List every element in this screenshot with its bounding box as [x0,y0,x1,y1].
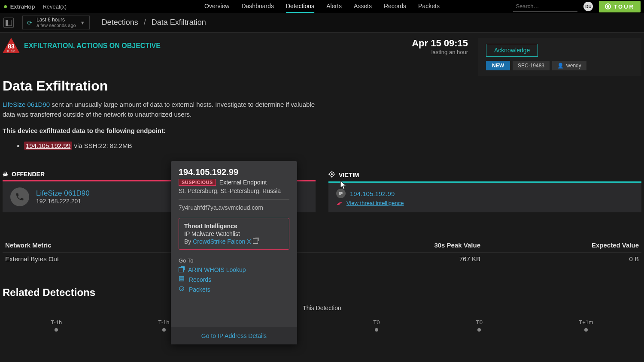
endpoint-ip-link[interactable]: 194.105.192.99 [24,142,72,150]
detection-description: LifeSize 061D90 sent an unusually large … [3,100,320,119]
status-badge-new[interactable]: NEW [486,61,510,70]
timeline-dot-icon [55,328,58,332]
tour-button[interactable]: TOUR [599,1,641,12]
party-row: ☠ OFFENDER LifeSize 061D90 192.168.222.2… [3,171,641,212]
nav-right: DU TOUR [513,1,641,12]
suspicious-badge: SUSPICIOUS [179,179,216,186]
svg-point-12 [179,287,184,291]
brand-dot-icon: ● [3,3,8,10]
view-threat-intelligence-link[interactable]: View threat intelligence [336,200,404,206]
brand-name: ExtraHop [10,3,35,10]
timeline-row: T-1h T-1h T-1h T0 T0 T+1m [3,319,641,332]
timestamp-block: Apr 15 09:15 lasting an hour [412,38,468,55]
nav-tabs: Overview Dashboards Detections Alerts As… [204,0,440,13]
brand: ● ExtraHop Reveal(x) [3,3,67,10]
risk-triangle: 83 RISK [3,38,20,53]
offender-ip: 192.168.222.201 [36,198,90,205]
popup-endpoint-type: External Endpoint [219,179,267,186]
col-header-peak: 30s Peak Value [322,241,480,249]
timeline-item[interactable]: T0 [476,319,483,332]
refresh-icon: ⟳ [27,19,32,26]
risk-score: 83 [3,43,20,50]
content: 83 RISK EXFILTRATION, ACTIONS ON OBJECTI… [0,33,644,337]
timeline-dot-icon [375,328,378,332]
ticket-badge[interactable]: SEC-19483 [513,61,550,70]
threat-by-prefix: By [184,238,193,245]
popup-location: St. Petersburg, St.-Petersburg, Russia [179,187,289,194]
actions-block: Acknowledge NEW SEC-19483 👤 wendy [478,38,641,76]
target-icon [328,171,335,179]
packets-icon [179,286,185,293]
breadcrumb: Detections / Data Exfiltration [102,18,206,27]
timeline-item[interactable]: T0 [373,319,380,332]
top-nav: ● ExtraHop Reveal(x) Overview Dashboards… [0,0,644,13]
detection-timestamp: Apr 15 09:15 [412,38,468,49]
user-avatar[interactable]: DU [583,2,593,11]
phone-icon [10,187,29,206]
threat-box-by: By CrowdStrike Falcon X [184,238,284,245]
nav-tab-assets[interactable]: Assets [354,0,372,13]
timeline-item[interactable]: T+1m [579,319,593,332]
svg-point-13 [181,288,182,290]
popup-status-row: SUSPICIOUS External Endpoint [179,179,289,186]
nav-tab-detections[interactable]: Detections [286,0,314,13]
panel-toggle-icon[interactable] [3,18,14,28]
breadcrumb-parent[interactable]: Detections [102,18,138,27]
timeline-dot-icon [162,328,166,332]
cell-peak: 767 KB [322,255,480,262]
assignee-name: wendy [566,63,581,69]
offender-name-link[interactable]: LifeSize 061D90 [36,189,90,198]
detection-category: EXFILTRATION, ACTIONS ON OBJECTIVE [24,42,161,50]
nav-tab-records[interactable]: Records [384,0,406,13]
skull-icon: ☠ [3,171,8,178]
metrics-table: Network Metric 30s Peak Value Expected V… [3,238,641,265]
metrics-data-row: External Bytes Out 767 KB 0 B [3,253,641,265]
tour-label: TOUR [614,3,635,10]
goto-label: Go To [179,257,289,264]
assignee-badge[interactable]: 👤 wendy [552,61,586,70]
detection-title: Data Exfiltration [3,78,641,94]
ip-details-popup: 194.105.192.99 SUSPICIOUS External Endpo… [171,161,297,344]
search-input[interactable] [513,1,577,12]
threat-intelligence-box: Threat Intelligence IP Malware Watchlist… [179,218,289,250]
time-range-label: Last 6 hours [36,17,76,23]
victim-info: IP 194.105.192.99 View threat intelligen… [336,189,404,206]
records-link[interactable]: Records [179,276,289,283]
popup-ip: 194.105.192.99 [179,167,289,177]
endpoint-item: 194.105.192.99 via SSH:22: 82.2MB [24,142,641,149]
time-range-selector[interactable]: ⟳ Last 6 hours a few seconds ago ▼ [22,15,90,30]
svg-rect-11 [179,280,184,281]
victim-header: VICTIM [328,171,641,179]
svg-rect-10 [179,278,184,279]
records-icon [179,276,185,283]
svg-point-4 [331,174,333,175]
user-icon: 👤 [557,63,564,69]
victim-label: VICTIM [339,172,359,178]
device-link[interactable]: LifeSize 061D90 [3,101,50,108]
victim-ip-link[interactable]: 194.105.192.99 [350,190,395,197]
svg-rect-9 [179,277,184,278]
timeline-dot-icon [584,328,588,332]
nav-tab-alerts[interactable]: Alerts [326,0,342,13]
popup-footer-link[interactable]: Go to IP Address Details [171,327,297,344]
timeline-item[interactable]: T-1h [51,319,62,332]
external-link-icon [253,238,258,244]
timeline-item[interactable]: T-1h [158,319,170,332]
victim-card[interactable]: IP 194.105.192.99 View threat intelligen… [328,181,641,212]
nav-tab-dashboards[interactable]: Dashboards [241,0,274,13]
col-header-expected: Expected Value [480,241,639,249]
time-text: Last 6 hours a few seconds ago [36,17,76,28]
packets-link[interactable]: Packets [179,286,289,293]
nav-tab-packets[interactable]: Packets [418,0,440,13]
chevron-down-icon: ▼ [80,20,85,25]
offender-info: LifeSize 061D90 192.168.222.201 [36,189,90,205]
arin-whois-link[interactable]: ARIN WHOIS Lookup [179,266,289,273]
nav-tab-overview[interactable]: Overview [204,0,229,13]
acknowledge-button[interactable]: Acknowledge [486,44,538,57]
threat-source-link[interactable]: CrowdStrike Falcon X [193,238,251,245]
detection-header-row: 83 RISK EXFILTRATION, ACTIONS ON OBJECTI… [3,38,641,76]
endpoint-list: 194.105.192.99 via SSH:22: 82.2MB [15,142,641,149]
risk-label: RISK [3,50,20,53]
compass-icon [605,3,611,9]
crowdstrike-icon [336,201,343,206]
